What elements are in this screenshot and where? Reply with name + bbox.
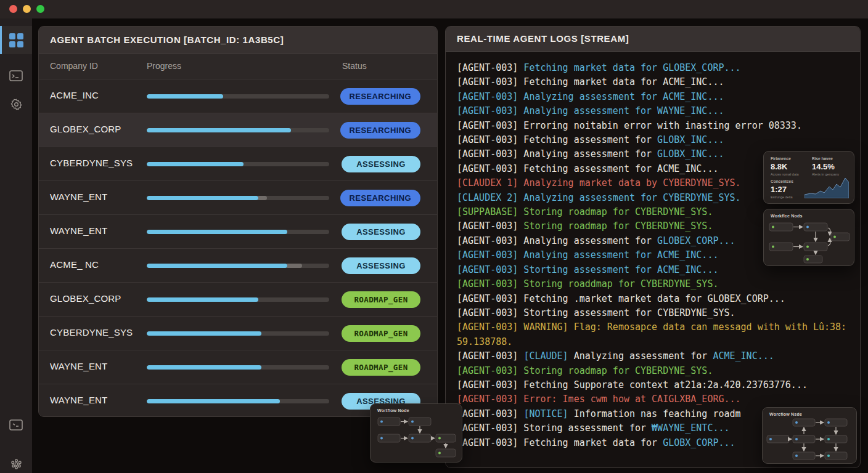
gear-icon <box>10 98 23 111</box>
log-line: [AGENT-003] Error: Imes cwm how at CAIGL… <box>457 392 850 406</box>
progress-bar-ghost-segment <box>258 196 268 200</box>
logs-panel-title: REAL-TIME AGENT LOGS [STREAM] <box>446 26 860 52</box>
sidebar-item-dashboard[interactable] <box>0 26 32 54</box>
batch-execution-panel: AGENT BATCH EXECUTION [BATCH_ID: 1A3B5C]… <box>38 26 438 417</box>
status-badge: ROADMAP_GEN <box>342 291 420 308</box>
table-row[interactable]: CYBERDYNE_SYS ROADMAP_GEN <box>39 317 437 350</box>
progress-bar-fill <box>147 162 244 166</box>
log-line: [AGENT-003] [CLAUDE] Analyzing assessmen… <box>457 349 850 363</box>
metric-value: 1:27 <box>771 185 793 194</box>
sidebar <box>0 18 32 473</box>
table-row[interactable]: WAYNE_ENT RESEARCHING <box>39 181 437 215</box>
progress-bar <box>147 399 329 403</box>
column-header-status: Status <box>342 61 367 71</box>
status-badge: ROADMAP_GEN <box>342 325 420 342</box>
metric-sublabel: Across nomal data <box>771 172 799 176</box>
company-id-cell: GLOBEX_CORP <box>50 124 121 134</box>
log-line: [AGENT-003] Storing roadmap for CYBERDYN… <box>457 364 850 378</box>
progress-bar <box>147 94 329 99</box>
table-row[interactable]: GLOBEX_CORP RESEARCHING <box>39 113 437 147</box>
progress-bar-fill <box>147 331 261 336</box>
workflow-node-diagram <box>374 414 458 459</box>
progress-bar <box>147 331 329 336</box>
progress-bar-fill <box>147 399 280 403</box>
company-id-cell: WAYNE_ENT <box>50 361 107 371</box>
sidebar-item-preferences[interactable] <box>0 450 32 473</box>
workflow-node-diagram <box>766 418 853 462</box>
metric-label: Firtanence <box>771 156 799 161</box>
workflow-node-thumbnail[interactable]: Worcflow Nsde <box>762 407 857 464</box>
workflow-node-thumbnail[interactable]: Wortflow Node <box>370 403 462 463</box>
terminal-icon <box>9 70 23 81</box>
metrics-thumbnail[interactable]: Firtanence 8.8K Across nomal data Rise h… <box>763 151 854 204</box>
company-id-cell: GLOBEX_CORP <box>50 293 121 304</box>
metric-label: Concentces <box>771 179 793 184</box>
zoom-button[interactable] <box>36 5 44 13</box>
log-line: [AGENT-003] Analying assessment for WAYN… <box>457 104 850 118</box>
company-id-cell: ACME_INC <box>50 90 99 100</box>
progress-bar-fill <box>147 230 287 234</box>
table-row[interactable]: GLOBEX_CORP ROADMAP_GEN <box>39 283 437 317</box>
log-line: [AGENT-003] Erroring noitabin error with… <box>457 119 850 133</box>
progress-bar-fill <box>147 94 223 99</box>
status-badge: ASSESSING <box>342 257 420 274</box>
company-id-cell: WAYNE_ENT <box>50 192 107 202</box>
thumbnail-title: Workflce Nods <box>764 209 854 218</box>
log-line: [AGENT-003] Fetching assessment for GLOB… <box>457 133 850 147</box>
thumbnail-title: Worcflow Nsde <box>763 408 856 416</box>
progress-bar <box>147 162 329 166</box>
progress-bar <box>147 297 329 302</box>
thumbnail-title: Wortflow Node <box>371 404 462 413</box>
table-row[interactable]: ACME_ NC ASSESSING <box>39 249 437 283</box>
batch-panel-title: AGENT BATCH EXECUTION [BATCH_ID: 1A3B5C] <box>39 26 437 54</box>
dashboard-grid-icon <box>9 33 23 47</box>
progress-bar <box>147 264 329 268</box>
status-badge: RESEARCHING <box>340 190 420 206</box>
metric-value: 8.8K <box>771 162 799 171</box>
progress-bar <box>147 128 329 132</box>
metric-sublabel: Estrunge delta <box>771 195 793 199</box>
table-row[interactable]: ACME_INC RESEARCHING <box>39 79 437 113</box>
table-row[interactable]: CYBERDYNE_SYS ASSESSING <box>39 147 437 181</box>
status-badge: RESEARCHING <box>340 122 420 139</box>
log-line: [AGENT-003] Fetching market data for ACM… <box>457 75 850 89</box>
progress-bar-fill <box>147 297 258 302</box>
area-chart <box>805 172 849 198</box>
progress-bar-fill <box>147 264 287 268</box>
table-column-headers: Company ID Progress Status <box>39 54 437 79</box>
progress-bar-fill <box>147 128 291 132</box>
company-id-cell: WAYNE_ENT <box>50 225 107 236</box>
minimize-button[interactable] <box>23 5 31 13</box>
sidebar-item-console[interactable] <box>0 411 32 439</box>
log-line: [AGENT-003] Analyzing assessment for ACM… <box>457 90 850 104</box>
workflow-node-diagram <box>767 219 851 264</box>
company-id-cell: ACME_ NC <box>50 259 99 270</box>
log-line: [AGENT-003] Fetching market data for GLO… <box>457 61 850 75</box>
progress-bar <box>147 365 329 370</box>
status-badge: ASSESSING <box>342 224 420 240</box>
terminal-icon <box>9 419 23 431</box>
metric-label: Rise havee <box>812 156 839 161</box>
progress-bar-fill <box>147 196 258 200</box>
close-button[interactable] <box>9 5 17 13</box>
table-row[interactable]: WAYNE_ENT ASSESSING <box>39 215 437 249</box>
column-header-progress: Progress <box>147 61 181 71</box>
log-line: [AGENT-003] Fetching .market market data… <box>457 292 850 306</box>
table-row[interactable]: WAYNE_ENT ROADMAP_GEN <box>39 350 437 384</box>
progress-bar <box>147 230 329 234</box>
metric-value: 14.5% <box>812 162 839 171</box>
company-id-cell: CYBERDYNE_SYS <box>50 327 133 338</box>
workflow-node-thumbnail[interactable]: Workflce Nods <box>763 209 854 266</box>
sidebar-item-settings[interactable] <box>0 90 32 118</box>
log-line: [AGENT-003] Storting assessment for CYBE… <box>457 306 850 320</box>
progress-bar-ghost-segment <box>287 264 302 268</box>
status-badge: RESEARCHING <box>340 88 420 105</box>
title-bar <box>0 0 868 18</box>
status-badge: ASSESSING <box>342 156 420 172</box>
column-header-company: Company ID <box>50 61 98 71</box>
sidebar-item-terminal[interactable] <box>0 62 32 90</box>
log-line: [AGENT-003] Fetching Supporate context a… <box>457 378 850 392</box>
progress-bar-fill <box>147 365 261 370</box>
gear-icon <box>10 458 23 471</box>
status-badge: ROADMAP_GEN <box>342 359 420 376</box>
